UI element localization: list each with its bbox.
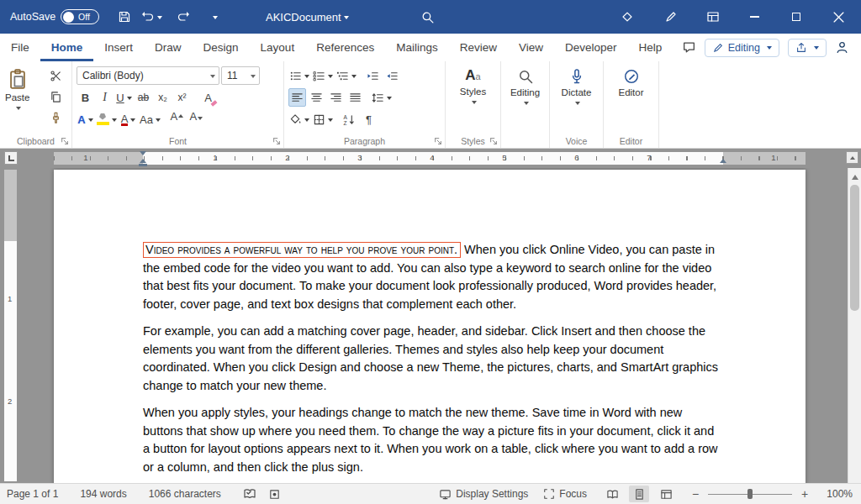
up-triangle-icon xyxy=(178,112,183,118)
maximize-button[interactable] xyxy=(777,0,816,34)
italic-button[interactable]: I xyxy=(96,88,114,107)
scroll-split-handle[interactable] xyxy=(846,151,858,164)
borders-button[interactable] xyxy=(312,110,334,129)
editing-mode-button[interactable]: Editing xyxy=(705,39,779,57)
clipboard-dialog-launcher[interactable] xyxy=(61,137,69,145)
tab-design[interactable]: Design xyxy=(193,34,250,61)
subscript-button[interactable]: x₂ xyxy=(154,88,172,107)
search-button[interactable] xyxy=(415,0,439,34)
rewards-button[interactable] xyxy=(615,0,639,34)
zoom-slider-thumb[interactable] xyxy=(747,489,753,499)
macro-record-button[interactable] xyxy=(268,488,281,501)
line-spacing-button[interactable] xyxy=(371,88,393,107)
undo-button[interactable] xyxy=(140,0,163,34)
pen-button[interactable] xyxy=(659,0,683,34)
align-right-button[interactable] xyxy=(327,88,345,107)
tab-help[interactable]: Help xyxy=(628,34,673,61)
increase-indent-button[interactable] xyxy=(383,66,401,85)
shading-button[interactable] xyxy=(288,110,310,129)
word-count[interactable]: 194 words xyxy=(80,488,126,500)
zoom-in-button[interactable]: + xyxy=(799,487,811,501)
tab-view[interactable]: View xyxy=(508,34,554,61)
tab-developer[interactable]: Developer xyxy=(554,34,628,61)
ribbon-display-button[interactable] xyxy=(701,0,725,34)
tab-stop-selector[interactable] xyxy=(4,151,18,165)
chevron-down-icon xyxy=(814,46,819,52)
tab-mailings[interactable]: Mailings xyxy=(385,34,449,61)
tab-file[interactable]: File xyxy=(0,34,40,61)
read-mode-button[interactable] xyxy=(602,486,622,502)
sort-button[interactable]: A Z xyxy=(341,110,358,129)
tab-layout[interactable]: Layout xyxy=(250,34,306,61)
paragraph-dialog-launcher[interactable] xyxy=(434,137,442,145)
tab-draw[interactable]: Draw xyxy=(144,34,193,61)
tab-review[interactable]: Review xyxy=(449,34,508,61)
zoom-level[interactable]: 100% xyxy=(822,488,853,500)
customize-quick-access-button[interactable] xyxy=(202,0,225,34)
underline-button[interactable]: U xyxy=(115,88,133,107)
proofing-button[interactable] xyxy=(243,487,256,501)
editing-button[interactable]: Editing xyxy=(501,61,549,129)
font-size-select[interactable]: 11 xyxy=(221,66,260,85)
styles-button[interactable]: Aa Styles xyxy=(446,61,500,129)
strikethrough-button[interactable]: ab xyxy=(135,88,152,107)
tab-insert[interactable]: Insert xyxy=(93,34,144,61)
autosave-toggle[interactable]: Off xyxy=(61,0,99,34)
editor-button[interactable]: Editor xyxy=(604,61,658,129)
align-left-button[interactable] xyxy=(288,88,306,107)
hanging-indent-marker[interactable] xyxy=(140,155,146,163)
document-page[interactable]: Video provides a powerful way to help yo… xyxy=(54,170,806,483)
dictate-button[interactable]: Dictate xyxy=(550,61,603,129)
display-settings-button[interactable]: Display Settings xyxy=(439,488,528,501)
font-name-select[interactable]: Calibri (Body) xyxy=(77,66,219,85)
clear-formatting-button[interactable]: A xyxy=(199,88,217,107)
redo-button[interactable] xyxy=(172,0,195,34)
grow-font-button[interactable]: A xyxy=(168,110,186,129)
tab-references[interactable]: References xyxy=(305,34,385,61)
font-dialog-launcher[interactable] xyxy=(272,137,281,145)
close-button[interactable] xyxy=(819,0,858,34)
minimize-button[interactable] xyxy=(735,0,774,34)
change-case-button[interactable]: Aa xyxy=(139,110,161,129)
zoom-out-button[interactable]: − xyxy=(689,487,701,501)
document-text: Video provides a powerful way to help yo… xyxy=(54,170,806,476)
shrink-font-button[interactable]: A xyxy=(188,110,205,129)
text-highlight-button[interactable] xyxy=(96,110,118,129)
right-indent-marker[interactable] xyxy=(720,155,726,163)
superscript-button[interactable]: x² xyxy=(173,88,191,107)
justify-button[interactable] xyxy=(346,88,364,107)
left-indent-marker[interactable] xyxy=(139,164,147,166)
copy-button[interactable] xyxy=(47,87,65,106)
numbering-button[interactable] xyxy=(312,66,334,85)
font-color-button[interactable]: A xyxy=(119,110,137,129)
multilevel-list-button[interactable] xyxy=(335,66,357,85)
document-title[interactable]: AKICDocument xyxy=(266,0,349,34)
bullets-button[interactable] xyxy=(288,66,310,85)
show-paragraph-marks-button[interactable]: ¶ xyxy=(360,110,378,129)
paste-button[interactable]: Paste xyxy=(5,61,29,129)
styles-dialog-launcher[interactable] xyxy=(489,137,498,145)
page-indicator[interactable]: Page 1 of 1 xyxy=(7,488,58,500)
scroll-up-icon[interactable] xyxy=(852,171,858,180)
text-effects-button[interactable]: A xyxy=(77,110,94,129)
tab-home[interactable]: Home xyxy=(40,34,94,61)
align-right-icon xyxy=(330,92,342,104)
decrease-indent-button[interactable] xyxy=(364,66,382,85)
cut-button[interactable] xyxy=(47,66,65,85)
vertical-scrollbar[interactable] xyxy=(848,168,861,483)
save-button[interactable] xyxy=(113,0,136,34)
align-center-button[interactable] xyxy=(308,88,325,107)
share-button[interactable] xyxy=(788,39,827,57)
bold-button[interactable]: B xyxy=(77,88,94,107)
focus-button[interactable]: Focus xyxy=(543,488,587,500)
zoom-slider[interactable] xyxy=(708,488,792,500)
presence-button[interactable] xyxy=(835,40,849,55)
editor-group-label: Editor xyxy=(604,136,658,146)
format-painter-button[interactable] xyxy=(47,108,65,127)
scrollbar-thumb[interactable] xyxy=(850,185,859,311)
character-count[interactable]: 1066 characters xyxy=(149,488,221,500)
comments-button[interactable] xyxy=(682,40,696,55)
web-layout-button[interactable] xyxy=(656,486,676,502)
proofing-book-icon xyxy=(243,487,256,501)
print-layout-button[interactable] xyxy=(629,486,649,502)
